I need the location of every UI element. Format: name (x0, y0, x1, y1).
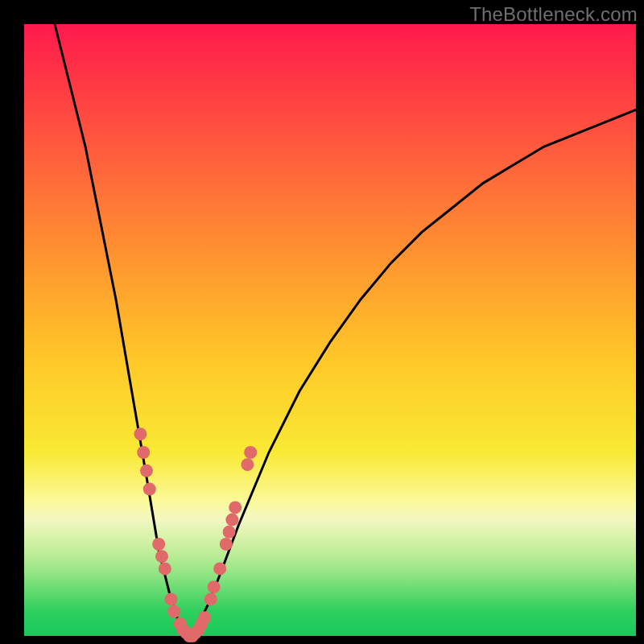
sample-dots-group (134, 427, 257, 642)
sample-dot (167, 605, 180, 618)
sample-dot (229, 501, 242, 514)
sample-dot (137, 446, 150, 459)
sample-dot (159, 562, 171, 575)
bottleneck-curve (55, 24, 636, 636)
sample-dot (164, 592, 177, 605)
sample-dot (225, 514, 238, 526)
chart-frame: TheBottleneck.com (0, 0, 644, 644)
sample-dot (204, 592, 217, 605)
plot-area (24, 24, 636, 636)
sample-dot (152, 538, 165, 551)
sample-dot (198, 611, 211, 624)
sample-dot (220, 538, 233, 551)
sample-dot (134, 427, 147, 440)
sample-dot (244, 446, 257, 459)
sample-dot (155, 550, 168, 563)
sample-dot (223, 526, 236, 539)
sample-dot (140, 464, 153, 477)
sample-dot (213, 562, 226, 575)
sample-dot (241, 458, 254, 471)
sample-dot (143, 483, 156, 496)
sample-dot (208, 580, 221, 593)
watermark-text: TheBottleneck.com (469, 3, 638, 26)
chart-svg (24, 24, 636, 636)
